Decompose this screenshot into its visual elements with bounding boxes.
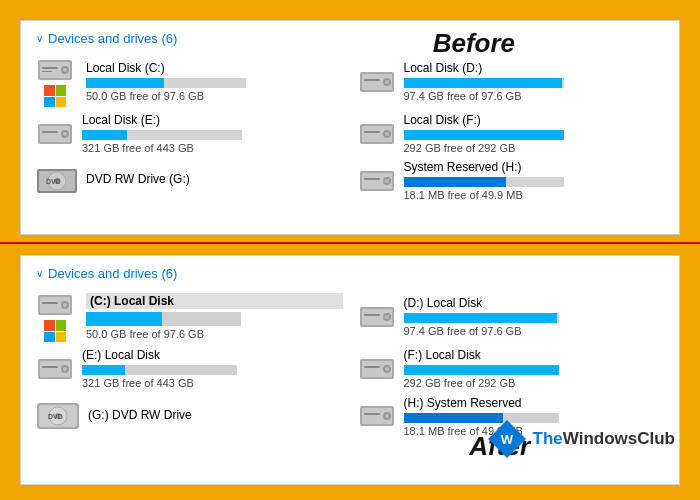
drive-info-g-before: DVD RW Drive (G:) <box>86 172 343 189</box>
drive-name-d-after: (D:) Local Disk <box>404 296 665 310</box>
drive-free-h-before: 18.1 MB free of 49.9 MB <box>404 189 665 201</box>
drive-info-e-before: Local Disk (E:) 321 GB free of 443 GB <box>82 113 343 154</box>
hdd-icon-h <box>358 167 396 195</box>
drive-free-f-before: 292 GB free of 292 GB <box>404 142 665 154</box>
progress-fill-e-before <box>82 130 127 140</box>
svg-rect-10 <box>364 79 380 81</box>
chevron-icon-after: ∨ <box>36 268 43 279</box>
svg-rect-15 <box>42 131 58 133</box>
drive-free-f-after: 292 GB free of 292 GB <box>404 377 665 389</box>
drive-info-e-after: (E:) Local Disk 321 GB free of 443 GB <box>82 348 343 389</box>
drive-free-c-after: 50.0 GB free of 97.6 GB <box>86 328 343 340</box>
before-section-label: Devices and drives (6) <box>48 31 177 46</box>
svg-rect-50 <box>364 366 380 368</box>
svg-rect-4 <box>42 67 58 69</box>
drive-name-g-before: DVD RW Drive (G:) <box>86 172 343 186</box>
progress-bar-e-before <box>82 130 242 140</box>
progress-bar-f-before <box>404 130 564 140</box>
svg-rect-35 <box>42 302 58 304</box>
svg-point-19 <box>385 132 389 136</box>
progress-bar-c-after <box>86 312 241 326</box>
drive-name-e-after: (E:) Local Disk <box>82 348 343 362</box>
svg-rect-40 <box>364 314 380 316</box>
drive-info-f-after: (F:) Local Disk 292 GB free of 292 GB <box>404 348 665 389</box>
divider-line <box>0 242 700 244</box>
drive-item-d-after: (D:) Local Disk 97.4 GB free of 97.6 GB <box>358 291 665 342</box>
drive-free-e-after: 321 GB free of 443 GB <box>82 377 343 389</box>
svg-point-49 <box>385 367 389 371</box>
progress-fill-d-before <box>404 78 562 88</box>
progress-fill-c-before <box>86 78 164 88</box>
hdd-icon-h-after <box>358 402 396 430</box>
drive-name-d-before: Local Disk (D:) <box>404 61 665 75</box>
hdd-icon-c <box>36 56 74 84</box>
before-label: Before <box>433 28 515 59</box>
svg-rect-20 <box>364 131 380 133</box>
progress-fill-c-after <box>86 312 162 326</box>
hdd-icon-d <box>358 68 396 96</box>
progress-fill-f-after <box>404 365 559 375</box>
drive-info-f-before: Local Disk (F:) 292 GB free of 292 GB <box>404 113 665 154</box>
progress-bar-c-before <box>86 78 246 88</box>
hdd-icon-c-after <box>36 291 74 319</box>
drive-item-d-before: Local Disk (D:) 97.4 GB free of 97.6 GB <box>358 56 665 107</box>
drive-info-d-after: (D:) Local Disk 97.4 GB free of 97.6 GB <box>404 296 665 337</box>
hdd-icon-f-after <box>358 355 396 383</box>
svg-rect-45 <box>42 366 58 368</box>
svg-text:W: W <box>500 432 513 447</box>
drive-info-d-before: Local Disk (D:) 97.4 GB free of 97.6 GB <box>404 61 665 102</box>
drive-name-g-after: (G:) DVD RW Drive <box>88 408 343 422</box>
drive-free-e-before: 321 GB free of 443 GB <box>82 142 343 154</box>
svg-rect-60 <box>364 413 380 415</box>
drive-item-f-after: (F:) Local Disk 292 GB free of 292 GB <box>358 348 665 389</box>
watermark-text: TheWindowsClub <box>533 429 675 449</box>
svg-point-34 <box>63 303 67 307</box>
watermark-logo: W <box>486 418 528 460</box>
progress-bar-d-after <box>404 313 559 323</box>
drive-item-g-after: DVD (G:) DVD RW Drive <box>36 395 343 437</box>
dvd-icon-g: DVD <box>36 161 78 201</box>
progress-fill-f-before <box>404 130 564 140</box>
drive-name-c-after: (C:) Local Disk <box>86 293 343 309</box>
drive-item-c-before: Local Disk (C:) 50.0 GB free of 97.6 GB <box>36 56 343 107</box>
drive-name-h-after: (H:) System Reserved <box>404 396 665 410</box>
hdd-icon-e-after <box>36 355 74 383</box>
svg-point-59 <box>385 414 389 418</box>
drive-item-h-before: System Reserved (H:) 18.1 MB free of 49.… <box>358 160 665 201</box>
svg-text:DVD: DVD <box>46 178 61 185</box>
drive-item-f-before: Local Disk (F:) 292 GB free of 292 GB <box>358 113 665 154</box>
drive-info-c-before: Local Disk (C:) 50.0 GB free of 97.6 GB <box>86 61 343 102</box>
watermark: W TheWindowsClub <box>486 418 675 460</box>
svg-point-44 <box>63 367 67 371</box>
progress-bar-f-after <box>404 365 559 375</box>
drive-free-d-before: 97.4 GB free of 97.6 GB <box>404 90 665 102</box>
hdd-icon-e <box>36 120 74 148</box>
svg-point-39 <box>385 315 389 319</box>
hdd-icon-d-after <box>358 303 396 331</box>
drive-name-e-before: Local Disk (E:) <box>82 113 343 127</box>
drive-item-c-after: (C:) Local Disk 50.0 GB free of 97.6 GB <box>36 291 343 342</box>
drive-item-e-before: Local Disk (E:) 321 GB free of 443 GB <box>36 113 343 154</box>
after-section-header: ∨ Devices and drives (6) <box>36 266 664 281</box>
main-container: ∨ Devices and drives (6) <box>0 0 700 500</box>
svg-point-14 <box>63 132 67 136</box>
progress-fill-e-after <box>82 365 125 375</box>
drive-info-h-before: System Reserved (H:) 18.1 MB free of 49.… <box>404 160 665 201</box>
svg-rect-5 <box>42 71 52 72</box>
svg-point-29 <box>385 179 389 183</box>
drive-free-c-before: 50.0 GB free of 97.6 GB <box>86 90 343 102</box>
drive-info-c-after: (C:) Local Disk 50.0 GB free of 97.6 GB <box>86 293 343 340</box>
win-tile-c-after <box>44 320 66 342</box>
svg-point-9 <box>385 80 389 84</box>
progress-fill-h-before <box>404 177 506 187</box>
hdd-icon-f <box>358 120 396 148</box>
drive-name-f-before: Local Disk (F:) <box>404 113 665 127</box>
svg-text:DVD: DVD <box>48 413 63 420</box>
progress-bar-h-before <box>404 177 564 187</box>
drive-free-d-after: 97.4 GB free of 97.6 GB <box>404 325 665 337</box>
chevron-icon: ∨ <box>36 33 43 44</box>
drive-info-g-after: (G:) DVD RW Drive <box>88 408 343 425</box>
drive-name-c-before: Local Disk (C:) <box>86 61 343 75</box>
before-section-header: ∨ Devices and drives (6) <box>36 31 664 46</box>
dvd-icon-g-after: DVD <box>36 395 80 437</box>
